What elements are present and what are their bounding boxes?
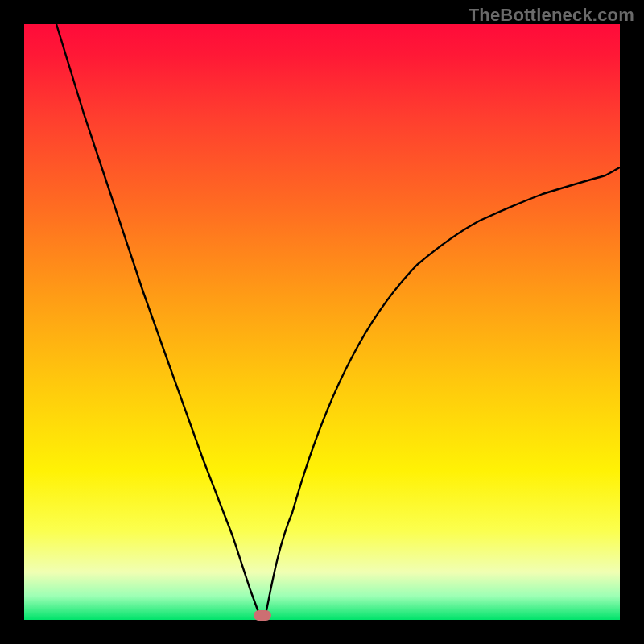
chart-frame: TheBottleneck.com bbox=[0, 0, 644, 644]
watermark-text: TheBottleneck.com bbox=[469, 5, 634, 26]
curve-left-branch bbox=[56, 24, 259, 614]
curve-right-branch bbox=[266, 167, 620, 614]
bottleneck-curve bbox=[24, 24, 620, 620]
optimal-point-marker bbox=[254, 610, 271, 621]
